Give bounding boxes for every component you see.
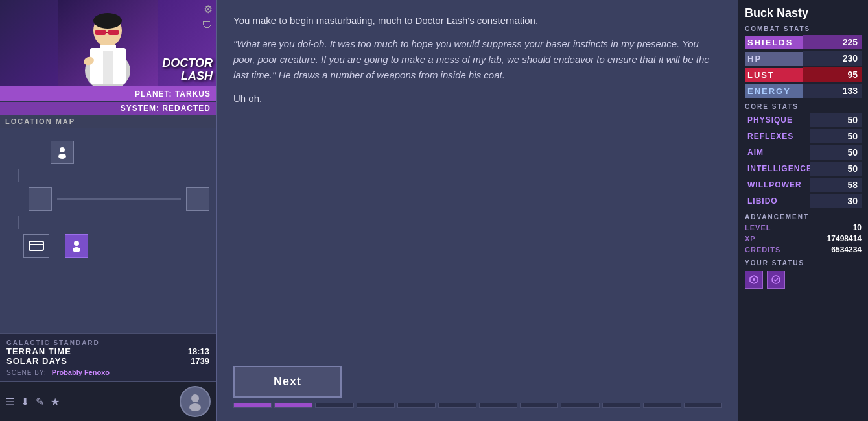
galactic-time-panel: GALACTIC STANDARD TERRAN TIME 18:13 SOLA… bbox=[0, 333, 216, 381]
level-row: LEVEL 10 bbox=[745, 223, 862, 232]
system-info: SYSTEM: REDACTED bbox=[0, 102, 216, 115]
credits-row: CREDITS 6534234 bbox=[745, 245, 862, 254]
main-content: You make to begin masturbating, much to … bbox=[217, 0, 738, 421]
libido-label: LIBIDO bbox=[745, 195, 810, 207]
right-panel: Buck Nasty COMBAT STATS SHIELDS 225 HP 2… bbox=[738, 0, 868, 421]
bottom-toolbar: ☰ ⬇ ✎ ★ bbox=[0, 381, 216, 421]
svg-rect-10 bbox=[100, 45, 108, 51]
map-node-mid-right[interactable] bbox=[186, 187, 209, 211]
reflexes-label: REFLEXES bbox=[745, 130, 810, 142]
progress-segment-6 bbox=[438, 403, 476, 408]
willpower-label: WILLPOWER bbox=[745, 179, 810, 191]
intelligence-value: 50 bbox=[810, 162, 862, 176]
progress-segment-4 bbox=[357, 403, 395, 408]
lust-value: 95 bbox=[803, 67, 862, 82]
status-icons bbox=[745, 271, 862, 289]
svg-point-17 bbox=[74, 241, 79, 246]
menu-icon[interactable]: ☰ bbox=[5, 396, 14, 408]
settings-icon[interactable]: ⚙ bbox=[204, 3, 213, 16]
reflexes-bar: REFLEXES 50 bbox=[745, 129, 862, 143]
character-portrait: DOCTOR LASH ⚙ 🛡 bbox=[0, 0, 216, 88]
core-stats-header: CORE STATS bbox=[745, 103, 862, 110]
status-icon-1[interactable] bbox=[745, 271, 763, 289]
map-row-2 bbox=[6, 187, 209, 211]
shields-value: 225 bbox=[803, 35, 862, 49]
xp-label: XP bbox=[745, 235, 756, 243]
intelligence-bar: INTELLIGENCE 50 bbox=[745, 162, 862, 176]
svg-point-21 bbox=[753, 278, 755, 281]
galactic-label: GALACTIC STANDARD bbox=[6, 339, 209, 346]
aim-value: 50 bbox=[810, 145, 862, 160]
hp-value: 230 bbox=[803, 51, 862, 66]
edit-icon[interactable]: ✎ bbox=[36, 396, 44, 408]
level-value: 10 bbox=[853, 223, 862, 232]
progress-segment-3 bbox=[315, 403, 353, 408]
progress-segment-11 bbox=[643, 403, 681, 408]
combat-stats-header: COMBAT STATS bbox=[745, 25, 862, 32]
shields-label: SHIELDS bbox=[745, 36, 803, 49]
map-node-active-person[interactable] bbox=[65, 234, 88, 258]
map-node-tree bbox=[6, 134, 209, 264]
terran-label: TERRAN TIME bbox=[6, 346, 71, 356]
download-icon[interactable]: ⬇ bbox=[21, 396, 29, 408]
libido-value: 30 bbox=[810, 194, 862, 208]
svg-rect-3 bbox=[103, 48, 113, 84]
next-button-container: Next bbox=[233, 359, 722, 398]
energy-label: ENERGY bbox=[745, 84, 803, 98]
next-button[interactable]: Next bbox=[233, 366, 342, 398]
lust-bar: LUST 95 bbox=[745, 67, 862, 82]
your-status-header: YOUR STATUS bbox=[745, 259, 862, 267]
story-paragraph-2: "What are you doi-oh. It was too much to… bbox=[233, 36, 722, 83]
lust-label: LUST bbox=[745, 68, 803, 82]
map-row-3 bbox=[6, 234, 209, 258]
aim-label: AIM bbox=[745, 147, 810, 158]
willpower-value: 58 bbox=[810, 178, 862, 192]
progress-segment-12 bbox=[684, 403, 722, 408]
libido-bar: LIBIDO 30 bbox=[745, 194, 862, 208]
star-icon[interactable]: ★ bbox=[51, 396, 60, 408]
progress-bar bbox=[233, 403, 722, 408]
map-node-top[interactable] bbox=[51, 141, 74, 164]
physique-bar: PHYSIQUE 50 bbox=[745, 113, 862, 127]
scene-label: SCENE BY: bbox=[6, 369, 47, 376]
progress-segment-7 bbox=[479, 403, 517, 408]
progress-segment-1 bbox=[233, 403, 272, 408]
willpower-bar: WILLPOWER 58 bbox=[745, 178, 862, 192]
shield-icon: 🛡 bbox=[202, 19, 213, 31]
physique-label: PHYSIQUE bbox=[745, 114, 810, 126]
scene-author: Probably Fenoxo bbox=[52, 368, 110, 376]
svg-point-20 bbox=[189, 403, 201, 411]
location-map-header: LOCATION MAP bbox=[0, 115, 216, 128]
map-connector-v2 bbox=[18, 216, 19, 229]
intelligence-label: INTELLIGENCE bbox=[745, 163, 810, 174]
svg-rect-7 bbox=[108, 30, 119, 35]
scene-by-row: SCENE BY: Probably Fenoxo bbox=[6, 368, 209, 376]
progress-segment-8 bbox=[520, 403, 558, 408]
map-node-card[interactable] bbox=[23, 234, 49, 258]
character-name: DOCTOR LASH bbox=[162, 57, 213, 83]
svg-point-18 bbox=[73, 247, 80, 252]
shields-bar: SHIELDS 225 bbox=[745, 35, 862, 49]
terran-value: 18:13 bbox=[188, 346, 209, 356]
aim-bar: AIM 50 bbox=[745, 145, 862, 160]
map-node-mid-left[interactable] bbox=[29, 187, 52, 211]
progress-segment-2 bbox=[274, 403, 312, 408]
planet-info: PLANET: TARKUS bbox=[0, 88, 216, 101]
player-avatar[interactable] bbox=[180, 386, 211, 417]
credits-label: CREDITS bbox=[745, 246, 780, 254]
status-icon-2[interactable] bbox=[767, 271, 785, 289]
terran-time-row: TERRAN TIME 18:13 bbox=[6, 346, 209, 356]
story-paragraph-3: Uh oh. bbox=[233, 91, 722, 106]
map-connector-v1 bbox=[18, 169, 19, 182]
energy-value: 133 bbox=[803, 84, 862, 98]
progress-segment-5 bbox=[397, 403, 436, 408]
advancement-header: ADVANCEMENT bbox=[745, 213, 862, 221]
xp-value: 17498414 bbox=[827, 234, 862, 243]
reflexes-value: 50 bbox=[810, 129, 862, 143]
story-text: You make to begin masturbating, much to … bbox=[233, 13, 722, 359]
solar-label: SOLAR DAYS bbox=[6, 356, 67, 366]
level-label: LEVEL bbox=[745, 224, 771, 232]
player-name: Buck Nasty bbox=[745, 6, 862, 20]
location-map bbox=[0, 128, 216, 333]
svg-point-13 bbox=[60, 147, 65, 152]
